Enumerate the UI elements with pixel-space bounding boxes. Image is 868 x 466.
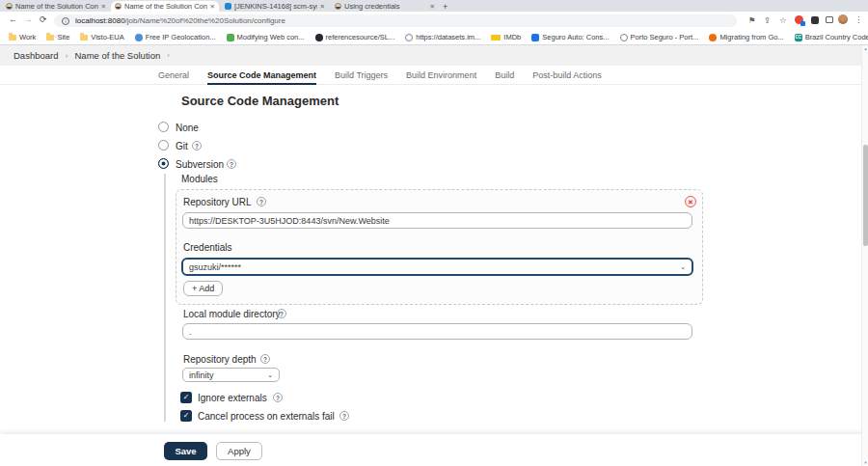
extension-badge: [800, 21, 805, 26]
bookmark-item[interactable]: Porto Seguro - Port...: [620, 33, 699, 41]
help-icon[interactable]: ?: [257, 197, 266, 206]
radio-git[interactable]: [158, 140, 169, 151]
bookmark-item[interactable]: Visto-EUA: [80, 33, 123, 41]
help-icon[interactable]: ?: [192, 141, 202, 151]
refresh-icon[interactable]: ⟳: [40, 14, 47, 24]
browser-tab-1[interactable]: Name of the Solution Config [Je ✕: [2, 1, 110, 12]
help-icon[interactable]: ?: [277, 309, 286, 318]
bookmark-label: Visto-EUA: [91, 33, 123, 41]
help-icon[interactable]: ?: [260, 354, 270, 364]
modules-label: Modules: [181, 174, 218, 184]
breadcrumb: Dashboard › Name of the Solution ›: [0, 45, 861, 66]
browser-tab-4[interactable]: Using credentials ✕: [331, 1, 439, 12]
menu-kebab-icon[interactable]: ⋮: [854, 14, 863, 24]
tab-source-code-management[interactable]: Source Code Management: [207, 66, 316, 85]
bookmark-label: referencesource/SL...: [326, 33, 395, 41]
credentials-select[interactable]: gsuzuki/****** ⌄: [181, 258, 693, 276]
scrollbar-thumb[interactable]: [863, 145, 868, 246]
close-icon[interactable]: ✕: [320, 3, 325, 11]
back-icon[interactable]: ←: [9, 14, 17, 24]
reading-mode-icon[interactable]: [826, 16, 833, 23]
save-button[interactable]: Save: [164, 442, 207, 460]
bookmark-label: Migrating from Go...: [719, 33, 783, 41]
globe-icon: [620, 34, 628, 41]
jira-favicon: [225, 3, 231, 10]
close-icon[interactable]: ✕: [430, 3, 435, 11]
share-icon[interactable]: ⇪: [764, 15, 771, 25]
breadcrumb-job-name[interactable]: Name of the Solution: [74, 50, 160, 61]
bookmark-star-icon[interactable]: ☆: [779, 15, 787, 25]
cancel-on-externals-fail-checkbox[interactable]: ✓: [180, 410, 192, 422]
folder-icon: [46, 35, 54, 41]
help-icon[interactable]: ?: [273, 393, 283, 402]
apply-button[interactable]: Apply: [216, 442, 262, 460]
side-panel-icon[interactable]: ⚑: [748, 15, 756, 25]
scroll-up-icon[interactable]: ▲: [862, 46, 868, 51]
bookmark-item[interactable]: https://datasets.im...: [405, 33, 480, 41]
extension-dark-icon[interactable]: [811, 16, 819, 24]
extension-icon: [227, 34, 234, 41]
add-credentials-button[interactable]: + Add: [183, 281, 223, 296]
remove-module-icon[interactable]: ✕: [685, 196, 696, 207]
tab-general[interactable]: General: [158, 66, 189, 85]
bookmark-item[interactable]: Modifying Web con...: [227, 33, 305, 41]
url-bar[interactable]: i localhost:8080/job/Name%20of%20the%20S…: [54, 14, 737, 27]
chevron-right-icon[interactable]: ›: [167, 51, 170, 60]
repository-url-input[interactable]: [182, 212, 692, 229]
orange-icon: [709, 34, 717, 41]
bookmark-item[interactable]: Work: [9, 33, 36, 41]
bookmark-label: Free IP Geolocation...: [146, 33, 216, 41]
bookmark-item[interactable]: Seguro Auto: Cons...: [531, 33, 609, 41]
tab-post-build-actions[interactable]: Post-build Actions: [532, 66, 602, 85]
help-icon[interactable]: ?: [227, 159, 236, 169]
repository-depth-select[interactable]: infinity ⌄: [182, 368, 280, 382]
browser-tab-3[interactable]: [JENKINS-14168] scm-sync-con ✕: [221, 1, 329, 12]
site-info-icon[interactable]: i: [62, 17, 69, 25]
ignore-externals-checkbox[interactable]: ✓: [180, 392, 192, 403]
close-icon[interactable]: ✕: [101, 3, 106, 11]
browser-address-bar: ← → ⟳ i localhost:8080/job/Name%20of%20t…: [0, 12, 868, 30]
section-indent-line: [164, 174, 166, 422]
tab-title: Name of the Solution Config [Je: [124, 2, 207, 11]
forward-icon[interactable]: →: [24, 14, 33, 24]
extension-red-icon[interactable]: [795, 15, 803, 24]
tab-title: Name of the Solution Config [Je: [15, 2, 98, 11]
bookmark-item[interactable]: CCBrazil Country Code...: [795, 33, 868, 41]
tab-build[interactable]: Build: [495, 66, 514, 85]
bookmark-item[interactable]: IMDb: [491, 33, 521, 41]
radio-none[interactable]: [158, 122, 169, 132]
repository-depth-label: Repository depth: [183, 354, 257, 365]
bookmark-item[interactable]: Migrating from Go...: [709, 33, 783, 41]
cancel-on-externals-fail-label: Cancel process on externals fail: [198, 411, 335, 422]
bookmark-item[interactable]: referencesource/SL...: [315, 33, 395, 41]
bookmark-label: https://datasets.im...: [416, 33, 480, 41]
globe-icon: [135, 34, 143, 41]
chevron-down-icon: ⌄: [267, 371, 273, 379]
folder-icon: [80, 35, 88, 41]
tab-build-triggers[interactable]: Build Triggers: [335, 66, 388, 85]
breadcrumb-dashboard[interactable]: Dashboard: [14, 50, 58, 61]
profile-avatar[interactable]: [838, 14, 848, 24]
scroll-down-icon[interactable]: ▼: [862, 460, 868, 465]
credentials-label: Credentials: [183, 242, 232, 253]
new-tab-button[interactable]: +: [443, 2, 448, 12]
radio-subversion[interactable]: [158, 158, 169, 169]
tab-title: Using credentials: [344, 2, 427, 11]
browser-tab-strip: Name of the Solution Config [Je ✕ Name o…: [0, 0, 868, 12]
scrollbar[interactable]: ▲ ▼: [861, 45, 868, 466]
bookmark-item[interactable]: Site: [46, 33, 69, 41]
imdb-icon: [491, 35, 501, 41]
tab-build-environment[interactable]: Build Environment: [406, 66, 476, 85]
bookmark-item[interactable]: Free IP Geolocation...: [135, 33, 216, 41]
local-module-directory-input[interactable]: [182, 323, 692, 340]
github-icon: [315, 34, 323, 41]
radio-none-label: None: [176, 123, 199, 133]
config-form: Source Code Management None Git ? Subver…: [0, 85, 861, 434]
browser-tab-2-active[interactable]: Name of the Solution Config [Je ✕: [111, 1, 219, 12]
bookmarks-bar: Work Site Visto-EUA Free IP Geolocation.…: [0, 30, 868, 45]
jenkins-favicon: [335, 3, 341, 10]
help-icon[interactable]: ?: [339, 411, 349, 421]
globe-icon: [405, 34, 413, 41]
bookmark-label: Work: [19, 33, 36, 41]
close-icon[interactable]: ✕: [210, 3, 215, 11]
